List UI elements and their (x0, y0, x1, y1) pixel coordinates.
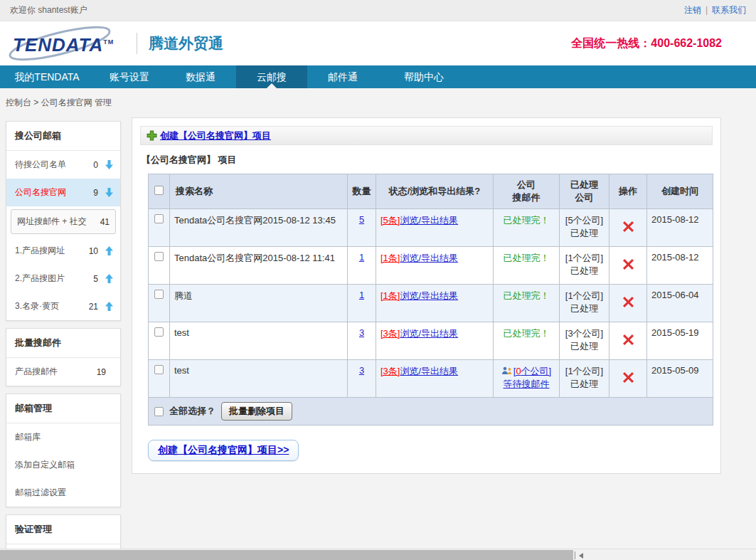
browse-export-link[interactable]: 浏览/导出结果 (400, 366, 458, 376)
sidebar-item-directory-yellow-pages[interactable]: 3.名录·黄页 21 (6, 292, 120, 320)
row-checkbox[interactable] (154, 252, 164, 261)
sidebar-item-count: 19 (97, 367, 106, 377)
nav-item-mail-pass[interactable]: 邮件通 (307, 65, 378, 88)
sidebar-item-product-search-url[interactable]: 1.产品搜网址 10 (6, 237, 120, 265)
sidebar-item-count: 10 (89, 246, 98, 256)
main-nav: 我的TENDATA 账号设置 数据通 云邮搜 邮件通 帮助中心 (0, 65, 756, 88)
active-tab-arrow-icon (267, 83, 277, 88)
people-icon (501, 366, 513, 375)
result-count-link[interactable]: [5条] (380, 215, 400, 226)
contact-us-link[interactable]: 联系我们 (712, 5, 746, 15)
scrollbar-left-arrow-icon[interactable] (579, 553, 583, 559)
created-date: 2015-06-04 (647, 285, 713, 322)
browse-export-link[interactable]: 浏览/导出结果 (400, 328, 458, 339)
result-count-link[interactable]: [1条] (380, 290, 400, 301)
sidebar-item-add-custom-mailbox[interactable]: 添加自定义邮箱 (6, 451, 120, 479)
processed-count: [3个公司] (565, 328, 603, 339)
result-count-link[interactable]: [3条] (380, 366, 400, 376)
logo-text: TENDATATM (13, 34, 114, 56)
mail-status: 已处理完！ (504, 290, 550, 301)
row-checkbox[interactable] (154, 365, 164, 374)
sidebar-item-count: 9 (93, 188, 98, 198)
quantity-link[interactable]: 5 (359, 214, 364, 225)
header-checkbox-cell (149, 174, 170, 209)
sidebar-section-batch-mail-search: 批量搜邮件 产品搜邮件 19 (6, 328, 121, 386)
column-status: 状态/浏览和导出结果? (376, 174, 494, 209)
result-count-link[interactable]: [1条] (380, 253, 400, 263)
sidebar-item-label: 网址搜邮件 + 社交 (17, 216, 96, 228)
browse-export-link[interactable]: 浏览/导出结果 (400, 215, 458, 226)
quantity-link[interactable]: 3 (359, 327, 364, 338)
delete-x-icon[interactable] (623, 372, 634, 383)
sidebar-item-count: 5 (93, 274, 98, 284)
scrollbar-thumb[interactable] (0, 550, 573, 560)
project-name: Tendata公司名搜官网2015-08-12 13:45 (170, 209, 348, 247)
zero-count: 0 (516, 366, 521, 376)
column-action: 操作 (609, 174, 647, 209)
delete-x-icon[interactable] (623, 297, 634, 307)
processed-count: [5个公司] (565, 215, 603, 226)
waiting-search-mail-link[interactable]: 等待搜邮件 (504, 379, 550, 389)
sidebar-item-label: 1.产品搜网址 (15, 245, 89, 257)
sidebar-item-count: 0 (93, 160, 98, 170)
quantity-link[interactable]: 1 (359, 290, 364, 300)
quantity-link[interactable]: 1 (359, 252, 364, 263)
select-all-checkbox[interactable] (154, 407, 164, 416)
create-project-button[interactable]: 创建【公司名搜官网】项目>> (148, 440, 299, 461)
wait-companies-link[interactable]: [0个公司] (513, 366, 551, 376)
processed-count: [1个公司] (565, 290, 603, 301)
delete-x-icon[interactable] (623, 221, 634, 232)
result-count-link[interactable]: [3条] (380, 328, 400, 339)
create-project-link[interactable]: 创建【公司名搜官网】项目 (160, 130, 271, 142)
delete-x-icon[interactable] (623, 334, 634, 345)
up-arrow-icon (105, 274, 113, 283)
sidebar-item-pending-company-list[interactable]: 待搜公司名单 0 (6, 151, 120, 179)
sidebar-item-label: 2.产品搜图片 (15, 273, 93, 285)
sidebar-item-company-name-search[interactable]: 公司名搜官网 9 (6, 179, 120, 206)
horizontal-scrollbar[interactable] (0, 549, 756, 560)
row-checkbox[interactable] (154, 290, 164, 299)
batch-delete-button[interactable]: 批量删除项目 (221, 402, 292, 421)
table-footer-row: 全部选择？ 批量删除项目 (149, 398, 713, 426)
sidebar-item-count: 41 (100, 217, 110, 227)
logout-link[interactable]: 注销 (684, 5, 701, 15)
sidebar-item-count: 21 (89, 302, 98, 312)
table-row: 腾道 1 [1条]浏览/导出结果 已处理完！ [1个公司]已处理 2015-06… (149, 285, 713, 322)
column-quantity: 数量 (348, 174, 376, 209)
nav-item-my-tendata[interactable]: 我的TENDATA (0, 65, 94, 88)
sidebar-item-mailbox-library[interactable]: 邮箱库 (6, 423, 120, 451)
processed-label: 已处理 (570, 341, 598, 352)
processed-label: 已处理 (570, 265, 598, 276)
plus-icon (147, 130, 157, 141)
processed-count: [1个公司] (565, 253, 603, 263)
processed-label: 已处理 (570, 379, 598, 389)
nav-item-account-settings[interactable]: 账号设置 (94, 65, 165, 88)
select-all-header-checkbox[interactable] (154, 186, 164, 195)
created-date: 2015-05-09 (647, 360, 713, 398)
sidebar: 搜公司邮箱 待搜公司名单 0 公司名搜官网 9 网址搜邮件 + 社交 41 1.… (6, 121, 121, 560)
sidebar-item-mailbox-filter-settings[interactable]: 邮箱过滤设置 (6, 479, 120, 507)
delete-x-icon[interactable] (623, 259, 634, 270)
sidebar-section-mailbox-management: 邮箱管理 邮箱库 添加自定义邮箱 邮箱过滤设置 (6, 393, 121, 507)
nav-item-cloud-mail-search[interactable]: 云邮搜 (236, 65, 307, 88)
nav-item-data-pass[interactable]: 数据通 (165, 65, 236, 88)
trademark-symbol: TM (103, 38, 114, 46)
row-checkbox[interactable] (154, 327, 164, 337)
sidebar-item-product-search-image[interactable]: 2.产品搜图片 5 (6, 265, 120, 292)
sidebar-item-product-search-mail[interactable]: 产品搜邮件 19 (6, 358, 120, 386)
row-checkbox[interactable] (154, 214, 164, 223)
processed-count: [1个公司] (565, 366, 603, 376)
created-date: 2015-05-19 (647, 322, 713, 360)
browse-export-link[interactable]: 浏览/导出结果 (400, 253, 458, 263)
created-date: 2015-08-12 (647, 247, 713, 285)
nav-item-help-center[interactable]: 帮助中心 (378, 65, 469, 88)
sidebar-item-label: 公司名搜官网 (15, 186, 93, 199)
sidebar-item-label: 邮箱库 (15, 431, 113, 443)
breadcrumb: 控制台 > 公司名搜官网 管理 (6, 97, 112, 109)
scrollbar-divider (575, 551, 575, 559)
quantity-link[interactable]: 3 (359, 365, 364, 376)
created-date: 2015-08-12 (647, 209, 713, 247)
panel-title: 【公司名搜官网】 项目 (142, 154, 711, 167)
sidebar-item-url-search-social[interactable]: 网址搜邮件 + 社交 41 (11, 209, 116, 234)
browse-export-link[interactable]: 浏览/导出结果 (400, 290, 458, 301)
